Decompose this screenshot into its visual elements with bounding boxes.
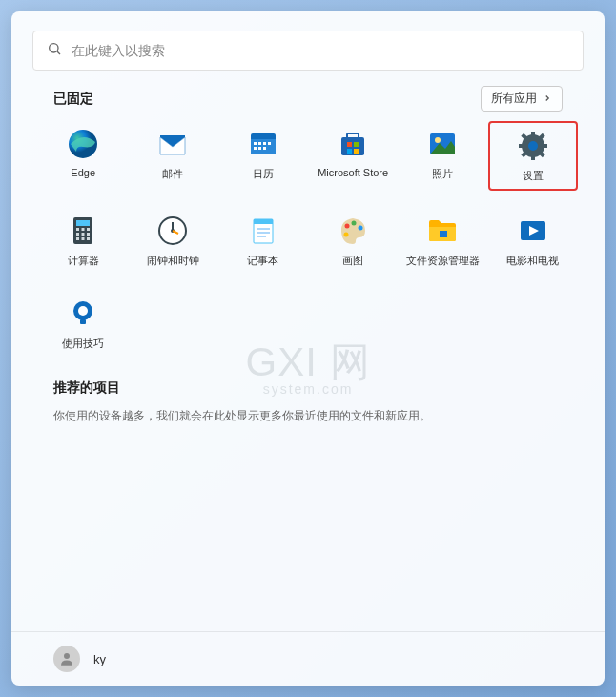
photos-icon [425, 127, 460, 161]
app-label: Microsoft Store [318, 167, 388, 178]
svg-point-53 [345, 224, 350, 229]
svg-rect-17 [354, 142, 359, 147]
svg-point-61 [78, 306, 88, 316]
svg-rect-8 [258, 142, 261, 145]
app-label: 照片 [432, 167, 453, 181]
svg-rect-16 [347, 142, 352, 147]
store-icon [336, 127, 370, 161]
svg-rect-11 [254, 147, 257, 150]
calendar-icon [246, 127, 280, 161]
app-file-explorer[interactable]: 文件资源管理器 [398, 208, 487, 274]
user-avatar[interactable] [53, 646, 80, 672]
svg-rect-28 [542, 144, 547, 148]
svg-rect-9 [263, 142, 266, 145]
app-clock[interactable]: 闹钟和时钟 [128, 208, 217, 274]
app-edge[interactable]: Edge [38, 121, 128, 191]
user-name[interactable]: ky [93, 652, 106, 666]
svg-rect-35 [76, 228, 79, 231]
svg-point-56 [344, 233, 349, 237]
gear-icon [516, 129, 550, 163]
svg-rect-57 [440, 231, 447, 237]
svg-point-54 [352, 221, 357, 226]
app-label: 邮件 [162, 167, 183, 181]
svg-rect-38 [76, 233, 79, 236]
calculator-icon [66, 214, 100, 248]
folder-icon [425, 214, 460, 248]
svg-rect-42 [82, 237, 85, 240]
app-settings[interactable]: 设置 [488, 121, 578, 191]
svg-point-24 [528, 141, 538, 151]
svg-rect-34 [76, 220, 90, 226]
app-movies-tv[interactable]: 电影和电视 [488, 208, 578, 274]
notepad-icon [246, 214, 280, 248]
search-box[interactable] [32, 31, 584, 71]
app-photos[interactable]: 照片 [398, 121, 487, 191]
pinned-apps-grid: Edge 邮件 日历 [11, 121, 605, 357]
svg-rect-12 [258, 147, 261, 150]
search-icon [47, 41, 62, 60]
app-microsoft-store[interactable]: Microsoft Store [308, 121, 398, 191]
svg-rect-49 [254, 219, 273, 224]
svg-rect-40 [87, 233, 90, 236]
search-input[interactable] [72, 43, 569, 58]
svg-rect-25 [531, 132, 535, 137]
svg-point-0 [50, 44, 58, 52]
app-label: 文件资源管理器 [406, 254, 480, 268]
svg-rect-41 [76, 237, 79, 240]
svg-rect-10 [268, 142, 271, 145]
svg-point-63 [64, 653, 70, 659]
app-mail[interactable]: 邮件 [128, 121, 217, 191]
all-apps-button[interactable]: 所有应用 [481, 86, 563, 112]
svg-rect-43 [87, 237, 90, 240]
start-menu-footer: ky [11, 631, 605, 686]
recommended-title: 推荐的项目 [53, 379, 563, 397]
svg-rect-15 [347, 133, 359, 138]
pinned-title: 已固定 [53, 91, 93, 108]
app-label: 使用技巧 [62, 337, 104, 351]
pinned-header: 已固定 所有应用 [11, 82, 605, 121]
recommended-empty-text: 你使用的设备越多，我们就会在此处显示更多你最近使用的文件和新应用。 [53, 408, 563, 424]
svg-point-21 [435, 137, 441, 143]
app-label: 记事本 [247, 254, 278, 268]
app-tips[interactable]: 使用技巧 [38, 291, 128, 357]
svg-line-1 [57, 51, 60, 54]
search-container [11, 11, 605, 82]
start-menu: 已固定 所有应用 Edge [11, 11, 605, 686]
svg-rect-37 [87, 228, 90, 231]
svg-rect-18 [347, 149, 352, 154]
svg-rect-13 [263, 147, 266, 150]
app-label: 电影和电视 [506, 254, 559, 268]
app-label: 闹钟和时钟 [147, 254, 199, 268]
all-apps-label: 所有应用 [491, 91, 537, 107]
svg-rect-14 [341, 137, 364, 155]
app-label: 日历 [253, 167, 274, 181]
paint-icon [336, 214, 370, 248]
app-label: 设置 [523, 169, 544, 183]
svg-point-55 [359, 226, 363, 231]
svg-rect-27 [519, 144, 524, 148]
app-label: Edge [71, 167, 95, 178]
svg-rect-39 [82, 233, 85, 236]
app-paint[interactable]: 画图 [308, 208, 398, 274]
app-calculator[interactable]: 计算器 [38, 208, 128, 274]
svg-rect-26 [531, 154, 535, 160]
clock-icon [155, 214, 190, 248]
svg-rect-19 [354, 149, 359, 154]
app-calendar[interactable]: 日历 [218, 121, 308, 191]
recommended-section: 推荐的项目 你使用的设备越多，我们就会在此处显示更多你最近使用的文件和新应用。 [11, 357, 605, 424]
person-icon [58, 650, 75, 667]
mail-icon [155, 127, 190, 161]
svg-rect-62 [80, 319, 86, 324]
movies-icon [516, 214, 550, 248]
chevron-right-icon [543, 92, 552, 106]
app-label: 画图 [342, 254, 363, 268]
edge-icon [66, 127, 100, 161]
svg-rect-7 [254, 142, 257, 145]
app-notepad[interactable]: 记事本 [218, 208, 308, 274]
svg-rect-36 [82, 228, 85, 231]
app-label: 计算器 [68, 254, 99, 268]
lightbulb-icon [66, 297, 100, 331]
